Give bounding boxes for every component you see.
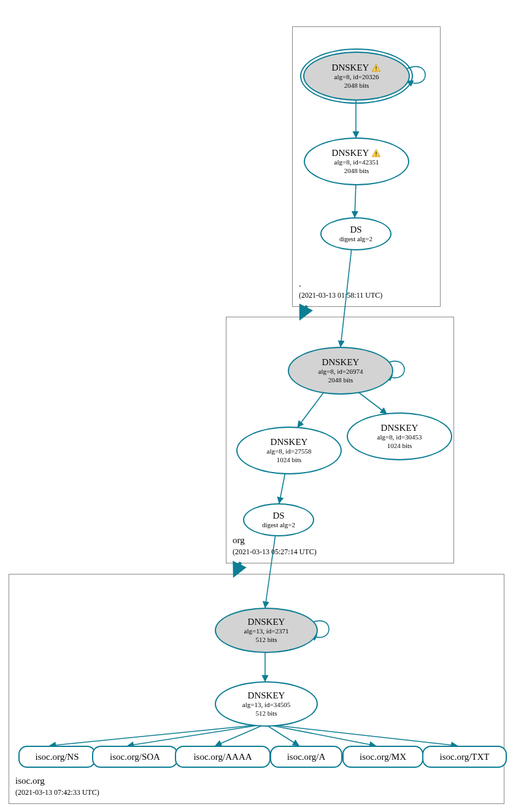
org-ds[interactable]: DS digest alg=2 xyxy=(243,503,314,536)
root-zsk-dnskey[interactable]: DNSKEY alg=8, id=42351 2048 bits xyxy=(304,137,409,185)
warning-icon xyxy=(371,149,381,158)
zone-org-label: org xyxy=(233,535,245,546)
svg-rect-18 xyxy=(376,152,377,154)
record-isoc-org-mx[interactable]: isoc.org/MX xyxy=(342,746,423,768)
root-ds[interactable]: DS digest alg=2 xyxy=(320,217,392,250)
record-isoc-org-aaaa[interactable]: isoc.org/AAAA xyxy=(175,746,271,768)
node-title: DNSKEY xyxy=(332,63,382,73)
org-zsk2-dnskey[interactable]: DNSKEY alg=8, id=30453 1024 bits xyxy=(347,412,452,460)
svg-rect-17 xyxy=(376,69,377,70)
svg-rect-16 xyxy=(376,66,377,69)
zone-root-label: . xyxy=(299,279,301,289)
svg-line-8 xyxy=(234,562,241,575)
record-isoc-org-ns[interactable]: isoc.org/NS xyxy=(18,746,96,768)
warning-icon xyxy=(371,63,381,73)
zone-org-timestamp: (2021-03-13 05:27:14 UTC) xyxy=(233,547,317,557)
isoc-zsk-dnskey[interactable]: DNSKEY alg=13, id=34505 512 bits xyxy=(215,681,318,727)
org-zsk1-dnskey[interactable]: DNSKEY alg=8, id=27558 1024 bits xyxy=(236,427,342,474)
record-isoc-org-a[interactable]: isoc.org/A xyxy=(270,746,342,768)
record-isoc-org-soa[interactable]: isoc.org/SOA xyxy=(92,746,178,768)
zone-isoc-label: isoc.org xyxy=(15,776,45,786)
node-title: DNSKEY xyxy=(332,148,382,158)
isoc-ksk-dnskey[interactable]: DNSKEY alg=13, id=2371 512 bits xyxy=(215,608,318,653)
svg-line-3 xyxy=(301,306,307,318)
org-ksk-dnskey[interactable]: DNSKEY alg=8, id=26974 2048 bits xyxy=(288,347,393,395)
root-ksk-dnskey[interactable]: DNSKEY alg=8, id=20326 2048 bits xyxy=(303,52,410,101)
zone-isoc-timestamp: (2021-03-13 07:42:33 UTC) xyxy=(15,788,99,797)
record-isoc-org-txt[interactable]: isoc.org/TXT xyxy=(422,746,507,768)
zone-root-timestamp: (2021-03-13 01:58:11 UTC) xyxy=(299,291,382,300)
svg-rect-19 xyxy=(376,155,377,155)
